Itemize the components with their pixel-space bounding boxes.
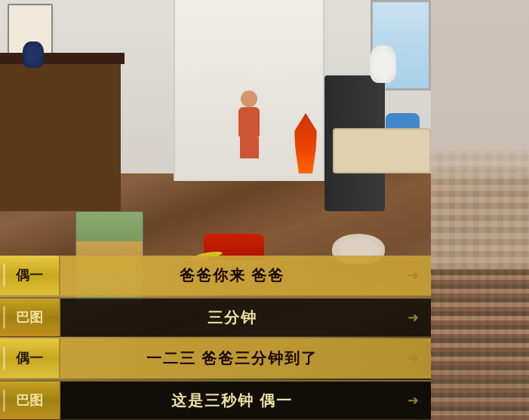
speaker-badge-1: 偶一 (0, 256, 60, 295)
badge-decoration (3, 263, 5, 287)
speaker-badge-3: 偶一 (0, 339, 60, 378)
child-figure (234, 90, 264, 158)
dining-table (333, 128, 431, 173)
arrow-icon-3: ➜ (404, 349, 422, 367)
speaker-name-1: 偶一 (16, 266, 43, 284)
child-legs (240, 137, 259, 158)
subtitle-text-2: 三分钟 (60, 308, 404, 328)
subtitles-container: 偶一 爸爸你来 爸爸 ➜ 巴图 三分钟 ➜ 偶一 (0, 256, 431, 420)
subtitle-row-1: 偶一 爸爸你来 爸爸 ➜ (0, 256, 431, 296)
badge-decoration-2 (3, 306, 5, 329)
piano-top (0, 53, 125, 64)
badge-decoration-3 (3, 346, 5, 369)
speaker-name-3: 偶一 (16, 349, 43, 367)
speaker-name-4: 巴图 (16, 391, 43, 409)
speaker-name-2: 巴图 (16, 308, 43, 326)
arrow-icon-4: ➜ (404, 391, 422, 409)
child-head (241, 90, 257, 107)
subtitle-row-2: 巴图 三分钟 ➜ (0, 297, 431, 337)
subtitle-text-1: 爸爸你来 爸爸 (60, 265, 404, 286)
arrow-icon-2: ➜ (404, 308, 422, 326)
badge-decoration-4 (3, 389, 5, 412)
white-bear-toy (370, 45, 396, 83)
piano (0, 60, 121, 211)
subtitle-text-3: 一二三 爸爸三分钟到了 (60, 348, 404, 369)
subtitle-row-4: 巴图 这是三秒钟 偶一 ➜ (0, 380, 431, 420)
speaker-badge-4: 巴图 (0, 382, 60, 419)
arrow-icon-1: ➜ (404, 266, 422, 284)
subtitle-row-3: 偶一 一二三 爸爸三分钟到了 ➜ (0, 339, 431, 379)
stuffed-penguin (23, 41, 44, 68)
subtitle-text-4: 这是三秒钟 偶一 (60, 391, 404, 411)
bottom-right-image (431, 269, 529, 420)
child-body (238, 107, 260, 137)
video-frame: 偶一 爸爸你来 爸爸 ➜ 巴图 三分钟 ➜ 偶一 (0, 0, 529, 420)
speaker-badge-2: 巴图 (0, 299, 60, 336)
